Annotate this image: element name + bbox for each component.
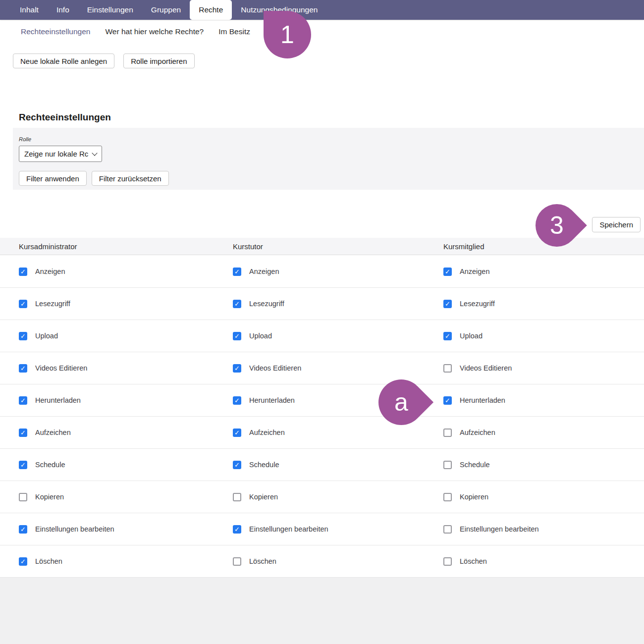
permission-checkbox[interactable] (233, 396, 241, 405)
filter-apply-button[interactable]: Filter anwenden (19, 171, 87, 186)
permission-cell: Kopieren (443, 493, 644, 501)
permission-cell: Einstellungen bearbeiten (233, 525, 443, 534)
permission-label: Videos Editieren (460, 364, 512, 372)
permission-checkbox[interactable] (19, 557, 27, 566)
permission-checkbox[interactable] (443, 396, 452, 405)
permission-checkbox[interactable] (443, 525, 452, 534)
permission-label: Einstellungen bearbeiten (249, 525, 328, 533)
permission-label: Upload (35, 332, 58, 340)
permission-checkbox[interactable] (19, 461, 27, 469)
permission-checkbox[interactable] (19, 364, 27, 373)
permission-checkbox[interactable] (19, 332, 27, 340)
permission-checkbox[interactable] (443, 493, 452, 501)
permission-cell: Kopieren (233, 493, 443, 501)
permission-checkbox[interactable] (19, 493, 27, 501)
table-row: KopierenKopierenKopieren (0, 481, 644, 513)
permission-cell: Schedule (19, 461, 233, 469)
column-header-kursmitglied: Kursmitglied (443, 242, 644, 251)
table-row: Videos EditierenVideos EditierenVideos E… (0, 352, 644, 384)
annotation-bubble-1: 1 (264, 11, 311, 58)
permission-checkbox[interactable] (19, 429, 27, 437)
permission-label: Anzeigen (249, 268, 279, 275)
annotation-label: 3 (550, 213, 564, 238)
permission-cell: Anzeigen (233, 268, 443, 276)
permission-label: Löschen (460, 557, 487, 565)
permissions-table: AnzeigenAnzeigenAnzeigenLesezugriffLesez… (0, 256, 644, 578)
permission-checkbox[interactable] (443, 429, 452, 437)
permission-label: Kopieren (460, 493, 488, 501)
permission-label: Kopieren (35, 493, 64, 501)
subnav-link-2[interactable]: Im Besitz (218, 27, 250, 36)
new-local-role-button[interactable]: Neue lokale Rolle anlegen (13, 54, 114, 68)
page-title: Rechteeinstellungen (19, 112, 111, 123)
permission-label: Anzeigen (35, 268, 65, 275)
nav-tab-rechte[interactable]: Rechte (190, 0, 232, 20)
permission-cell: Löschen (19, 557, 233, 566)
permission-checkbox[interactable] (233, 461, 241, 469)
permission-label: Herunterladen (460, 396, 505, 404)
permission-cell: Lesezugriff (233, 300, 443, 308)
permission-cell: Anzeigen (19, 268, 233, 276)
table-row: HerunterladenHerunterladenHerunterladen (0, 384, 644, 417)
permission-label: Herunterladen (35, 396, 81, 404)
table-row: ScheduleScheduleSchedule (0, 449, 644, 481)
page-footer (0, 578, 644, 644)
permission-cell: Schedule (233, 461, 443, 469)
permission-checkbox[interactable] (443, 268, 452, 276)
subnav-link-1[interactable]: Wer hat hier welche Rechte? (105, 27, 204, 36)
permission-checkbox[interactable] (443, 364, 452, 373)
permission-checkbox[interactable] (233, 364, 241, 373)
permission-checkbox[interactable] (19, 268, 27, 276)
table-row: AnzeigenAnzeigenAnzeigen (0, 256, 644, 288)
permission-cell: Lesezugriff (19, 300, 233, 308)
permission-label: Anzeigen (460, 268, 489, 275)
nav-tab-gruppen[interactable]: Gruppen (142, 0, 190, 20)
filter-panel: Rolle Zeige nur lokale Rc Filter anwende… (13, 128, 644, 190)
permission-checkbox[interactable] (233, 429, 241, 437)
permission-label: Löschen (35, 557, 62, 565)
permission-cell: Aufzeichen (19, 429, 233, 437)
table-row: UploadUploadUpload (0, 320, 644, 352)
permission-checkbox[interactable] (443, 557, 452, 566)
import-role-button[interactable]: Rolle importieren (123, 54, 194, 68)
permission-checkbox[interactable] (443, 300, 452, 308)
permission-checkbox[interactable] (19, 300, 27, 308)
filter-reset-button[interactable]: Filter zurücksetzen (92, 171, 169, 186)
permission-cell: Herunterladen (443, 396, 644, 405)
nav-tab-inhalt[interactable]: Inhalt (11, 0, 48, 20)
permission-cell: Videos Editieren (233, 364, 443, 373)
permission-checkbox[interactable] (443, 332, 452, 340)
permission-checkbox[interactable] (233, 493, 241, 501)
permission-cell: Einstellungen bearbeiten (443, 525, 644, 534)
nav-tab-einstellungen[interactable]: Einstellungen (78, 0, 142, 20)
permission-checkbox[interactable] (233, 332, 241, 340)
role-select[interactable]: Zeige nur lokale Rc (19, 146, 102, 162)
subnav-link-0[interactable]: Rechteeinstellungen (21, 27, 90, 36)
permission-cell: Upload (19, 332, 233, 340)
table-row: AufzeichenAufzeichenAufzeichen (0, 417, 644, 449)
permission-checkbox[interactable] (233, 557, 241, 566)
annotation-label: 1 (280, 22, 294, 47)
permission-cell: Kopieren (19, 493, 233, 501)
permission-checkbox[interactable] (443, 461, 452, 469)
table-row: Einstellungen bearbeitenEinstellungen be… (0, 513, 644, 545)
role-select-value: Zeige nur lokale Rc (24, 150, 93, 158)
nav-tab-info[interactable]: Info (48, 0, 78, 20)
column-header-kursadministrator: Kursadministrator (19, 242, 233, 251)
annotation-label: a (394, 390, 408, 415)
permission-cell: Aufzeichen (443, 429, 644, 437)
sub-navbar: RechteeinstellungenWer hat hier welche R… (0, 24, 644, 40)
permission-cell: Löschen (443, 557, 644, 566)
permission-checkbox[interactable] (233, 268, 241, 276)
permission-checkbox[interactable] (19, 396, 27, 405)
column-header-kurstutor: Kurstutor (233, 242, 443, 251)
permission-label: Herunterladen (249, 396, 295, 404)
permission-label: Lesezugriff (249, 300, 284, 308)
save-button[interactable]: Speichern (592, 217, 641, 232)
permission-checkbox[interactable] (233, 525, 241, 534)
permission-label: Aufzeichen (35, 429, 71, 436)
permission-label: Schedule (249, 461, 279, 469)
permission-checkbox[interactable] (233, 300, 241, 308)
permission-checkbox[interactable] (19, 525, 27, 534)
permission-cell: Schedule (443, 461, 644, 469)
